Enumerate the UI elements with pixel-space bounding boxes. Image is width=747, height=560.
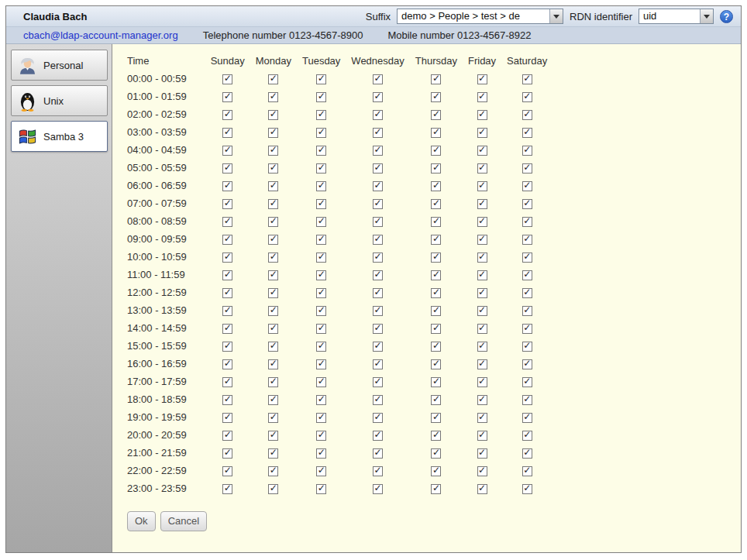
hour-checkbox-tuesday-20[interactable] bbox=[316, 431, 326, 441]
hour-checkbox-monday-18[interactable] bbox=[268, 395, 278, 405]
hour-checkbox-sunday-8[interactable] bbox=[222, 217, 232, 227]
hour-checkbox-sunday-0[interactable] bbox=[222, 74, 232, 84]
hour-checkbox-saturday-18[interactable] bbox=[522, 395, 532, 405]
hour-checkbox-thursday-8[interactable] bbox=[431, 217, 441, 227]
hour-checkbox-saturday-16[interactable] bbox=[522, 359, 532, 369]
sidebar-tab-personal[interactable]: Personal bbox=[11, 50, 108, 81]
hour-checkbox-wednesday-20[interactable] bbox=[373, 431, 383, 441]
hour-checkbox-thursday-21[interactable] bbox=[431, 448, 441, 459]
hour-checkbox-wednesday-4[interactable] bbox=[373, 146, 383, 156]
hour-checkbox-thursday-3[interactable] bbox=[431, 128, 441, 138]
hour-checkbox-monday-7[interactable] bbox=[268, 199, 278, 209]
hour-checkbox-friday-19[interactable] bbox=[477, 413, 487, 423]
hour-checkbox-sunday-20[interactable] bbox=[222, 431, 232, 441]
hour-checkbox-tuesday-3[interactable] bbox=[316, 128, 326, 138]
hour-checkbox-monday-6[interactable] bbox=[268, 181, 278, 191]
hour-checkbox-thursday-13[interactable] bbox=[431, 306, 441, 316]
hour-checkbox-monday-16[interactable] bbox=[268, 359, 278, 369]
cancel-button[interactable]: Cancel bbox=[160, 511, 207, 531]
hour-checkbox-thursday-20[interactable] bbox=[431, 431, 441, 441]
hour-checkbox-sunday-18[interactable] bbox=[222, 395, 232, 405]
hour-checkbox-monday-20[interactable] bbox=[268, 431, 278, 441]
hour-checkbox-wednesday-16[interactable] bbox=[373, 359, 383, 369]
hour-checkbox-tuesday-23[interactable] bbox=[316, 484, 326, 494]
hour-checkbox-thursday-23[interactable] bbox=[431, 484, 441, 494]
hour-checkbox-wednesday-21[interactable] bbox=[373, 448, 383, 459]
hour-checkbox-sunday-4[interactable] bbox=[222, 146, 232, 156]
hour-checkbox-tuesday-13[interactable] bbox=[316, 306, 326, 316]
hour-checkbox-tuesday-11[interactable] bbox=[316, 270, 326, 280]
hour-checkbox-saturday-12[interactable] bbox=[522, 288, 532, 298]
hour-checkbox-sunday-17[interactable] bbox=[222, 377, 232, 387]
hour-checkbox-saturday-20[interactable] bbox=[522, 431, 532, 441]
hour-checkbox-saturday-8[interactable] bbox=[522, 217, 532, 227]
hour-checkbox-thursday-14[interactable] bbox=[431, 324, 441, 334]
hour-checkbox-tuesday-18[interactable] bbox=[316, 395, 326, 405]
hour-checkbox-wednesday-13[interactable] bbox=[373, 306, 383, 316]
hour-checkbox-thursday-5[interactable] bbox=[431, 163, 441, 173]
hour-checkbox-friday-8[interactable] bbox=[477, 217, 487, 227]
hour-checkbox-friday-6[interactable] bbox=[477, 181, 487, 191]
hour-checkbox-thursday-19[interactable] bbox=[431, 413, 441, 423]
hour-checkbox-wednesday-17[interactable] bbox=[373, 377, 383, 387]
hour-checkbox-wednesday-3[interactable] bbox=[373, 128, 383, 138]
hour-checkbox-monday-9[interactable] bbox=[268, 235, 278, 245]
hour-checkbox-monday-15[interactable] bbox=[268, 342, 278, 352]
hour-checkbox-monday-5[interactable] bbox=[268, 163, 278, 173]
hour-checkbox-sunday-5[interactable] bbox=[222, 163, 232, 173]
hour-checkbox-thursday-12[interactable] bbox=[431, 288, 441, 298]
hour-checkbox-tuesday-22[interactable] bbox=[316, 466, 326, 476]
hour-checkbox-sunday-3[interactable] bbox=[222, 128, 232, 138]
hour-checkbox-thursday-1[interactable] bbox=[431, 92, 441, 102]
hour-checkbox-saturday-7[interactable] bbox=[522, 199, 532, 209]
hour-checkbox-friday-5[interactable] bbox=[477, 163, 487, 173]
hour-checkbox-friday-10[interactable] bbox=[477, 253, 487, 263]
rdn-identifier-select[interactable]: uid bbox=[639, 9, 714, 24]
hour-checkbox-monday-4[interactable] bbox=[268, 146, 278, 156]
hour-checkbox-monday-21[interactable] bbox=[268, 448, 278, 459]
hour-checkbox-monday-17[interactable] bbox=[268, 377, 278, 387]
hour-checkbox-sunday-16[interactable] bbox=[222, 359, 232, 369]
hour-checkbox-friday-23[interactable] bbox=[477, 484, 487, 494]
hour-checkbox-saturday-1[interactable] bbox=[522, 92, 532, 102]
hour-checkbox-tuesday-15[interactable] bbox=[316, 342, 326, 352]
hour-checkbox-saturday-3[interactable] bbox=[522, 128, 532, 138]
hour-checkbox-saturday-11[interactable] bbox=[522, 270, 532, 280]
hour-checkbox-saturday-4[interactable] bbox=[522, 146, 532, 156]
hour-checkbox-sunday-1[interactable] bbox=[222, 92, 232, 102]
hour-checkbox-monday-11[interactable] bbox=[268, 270, 278, 280]
hour-checkbox-tuesday-21[interactable] bbox=[316, 448, 326, 459]
hour-checkbox-saturday-2[interactable] bbox=[522, 110, 532, 120]
hour-checkbox-sunday-10[interactable] bbox=[222, 253, 232, 263]
hour-checkbox-thursday-17[interactable] bbox=[431, 377, 441, 387]
hour-checkbox-tuesday-12[interactable] bbox=[316, 288, 326, 298]
hour-checkbox-tuesday-17[interactable] bbox=[316, 377, 326, 387]
hour-checkbox-monday-2[interactable] bbox=[268, 110, 278, 120]
hour-checkbox-saturday-17[interactable] bbox=[522, 377, 532, 387]
hour-checkbox-monday-13[interactable] bbox=[268, 306, 278, 316]
hour-checkbox-wednesday-23[interactable] bbox=[373, 484, 383, 494]
hour-checkbox-saturday-22[interactable] bbox=[522, 466, 532, 476]
sidebar-tab-unix[interactable]: Unix bbox=[11, 85, 108, 116]
hour-checkbox-friday-14[interactable] bbox=[477, 324, 487, 334]
hour-checkbox-saturday-19[interactable] bbox=[522, 413, 532, 423]
hour-checkbox-tuesday-16[interactable] bbox=[316, 359, 326, 369]
hour-checkbox-sunday-6[interactable] bbox=[222, 181, 232, 191]
hour-checkbox-thursday-9[interactable] bbox=[431, 235, 441, 245]
hour-checkbox-monday-10[interactable] bbox=[268, 253, 278, 263]
hour-checkbox-friday-11[interactable] bbox=[477, 270, 487, 280]
hour-checkbox-sunday-11[interactable] bbox=[222, 270, 232, 280]
hour-checkbox-friday-0[interactable] bbox=[477, 74, 487, 84]
hour-checkbox-wednesday-11[interactable] bbox=[373, 270, 383, 280]
hour-checkbox-saturday-6[interactable] bbox=[522, 181, 532, 191]
hour-checkbox-friday-1[interactable] bbox=[477, 92, 487, 102]
hour-checkbox-thursday-18[interactable] bbox=[431, 395, 441, 405]
hour-checkbox-tuesday-9[interactable] bbox=[316, 235, 326, 245]
hour-checkbox-friday-20[interactable] bbox=[477, 431, 487, 441]
hour-checkbox-wednesday-6[interactable] bbox=[373, 181, 383, 191]
hour-checkbox-monday-19[interactable] bbox=[268, 413, 278, 423]
hour-checkbox-monday-1[interactable] bbox=[268, 92, 278, 102]
hour-checkbox-friday-16[interactable] bbox=[477, 359, 487, 369]
hour-checkbox-sunday-7[interactable] bbox=[222, 199, 232, 209]
hour-checkbox-friday-22[interactable] bbox=[477, 466, 487, 476]
